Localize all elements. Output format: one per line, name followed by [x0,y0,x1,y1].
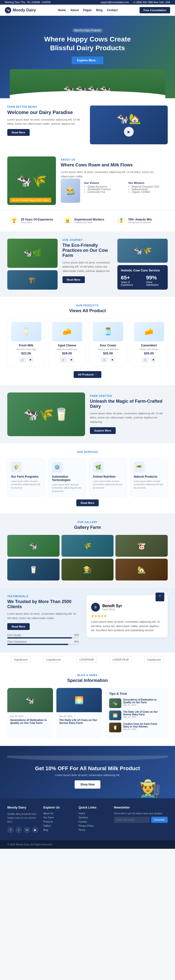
progress-track-1 [7,637,79,638]
newsletter-email-input[interactable] [114,817,150,823]
footer-explore-item[interactable]: Gallery [43,824,74,827]
products-grid: 🥛 Fresh Milk Pure farm fresh daily $22.0… [7,318,168,366]
nav-cta-button[interactable]: Free Consultation [140,7,170,13]
wishlist-cheese[interactable]: ♥ [69,357,74,363]
products-section: Our Products Views All Product 🥛 Fresh M… [0,297,175,385]
reviewer-details: Benoft Syr Farm Client [102,604,122,611]
special-title-1: Generations of Dedication to Quality on … [10,719,50,724]
eco-stat-2: 99% Client Satisfaction [146,275,164,286]
footer-explore-item[interactable]: Our Farm [43,816,74,819]
wishlist-camembert[interactable]: ♥ [151,357,156,363]
cta-title: Get 10% OFF For All Natural Milk Product [7,765,168,772]
product-name-camembert: Camembert [134,344,164,347]
nav-about[interactable]: About [70,8,79,12]
magic-section: 🐄🌾🥛 Farm Crafted Unleash the Magic of Fa… [0,385,175,444]
eco-stats: Holistic Cow Care Service 65+ Years of E… [117,265,168,290]
cta-shop-button[interactable]: Shop Now [75,780,101,789]
tips-title: Tips & Trick [109,692,164,695]
automation-icon: ⚙️ [52,462,63,473]
program-automation-desc: Lorem ipsum dolor sit amet consectetur a… [52,483,82,493]
nav-contact[interactable]: Contact [107,8,118,12]
product-desc-milk: Pure farm fresh daily [11,348,41,350]
tip-item-1: 🐄 Generations of Dedication to Quality o… [109,698,164,708]
add-to-cart-cream[interactable]: 🛒 [101,357,108,363]
add-to-cart-camembert[interactable]: 🛒 [142,357,149,363]
twitter-icon[interactable]: t [16,827,22,833]
cta-wave-top [7,756,168,760]
welcome-readmore-button[interactable]: Read More [7,129,30,136]
product-price-camembert: $25.00 [134,352,164,355]
eco-stat2-label: Client Satisfaction [146,281,164,286]
instagram-icon[interactable]: in [24,827,30,833]
brand-2: LogoIpsum [43,656,64,663]
product-desc-camembert: Classic soft cheese [134,348,164,350]
magic-explore-button[interactable]: Explore More [90,427,116,434]
progress-bars: Farm Quality 90% Client Satisfaction 85% [7,634,79,645]
footer-quick-item[interactable]: Privacy Policy [79,824,109,827]
gallery-image-5: 👨‍🌾 [61,558,114,581]
add-to-cart-cheese[interactable]: 🛒 [60,357,67,363]
trusted-person: 👨‍🌾 Our Visions Quality Assurance Sustai… [61,178,168,203]
progress-fill-2 [7,644,68,645]
footer-quick-item[interactable]: Terms [79,829,109,831]
footer-explore-title: Explore Us [43,806,74,809]
footer-brand-title: Moody Dairy [7,806,39,809]
brand-4: LASER FILM [109,656,132,663]
special-content-1: Dec 20, 2023 Generations of Dedication t… [7,712,53,728]
program-natural: 🥗 Natural Products Lorem ipsum dolor sit… [130,458,168,497]
tip-item-3: 🥛 Creative Uses for Farm Fresh Dairy in … [109,722,164,732]
programs-readmore-button[interactable]: Read More [76,500,99,506]
eco-text: Lorem ipsum dolor sit amet, consectetur … [63,261,113,274]
facebook-icon[interactable]: f [7,827,14,833]
add-to-cart-milk[interactable]: 🛒 [19,357,26,363]
eco-stat1-label: Years of Experience [121,281,141,286]
brands-row: logolpsum LogoIpsum LOGIPSUM LASER FILM … [0,652,175,667]
eco-readmore-button[interactable]: Read More [63,276,85,283]
footer-explore-item[interactable]: Blog [43,829,74,831]
farm-image-placeholder: 🐄🏡 ▶ [90,105,168,144]
eco-section: 🐄🌿 🏗️ Our Journey The Eco-Friendly Pract… [0,231,175,297]
footer-quick-title: Quick Links [79,806,109,809]
newsletter-subscribe-button[interactable]: Subscribe [151,817,168,823]
product-desc-cheese: Matured to perfection [52,348,82,350]
nav-logo[interactable]: 🐄 Moody Dairy [5,7,36,13]
wishlist-cream[interactable]: ♥ [110,357,115,363]
workers-text: Experienced Workers Professional Team [74,218,104,224]
progress-value-2: 85% [74,640,79,643]
top-bar-right: support@moodydairy.com +1 (888) 456-7890… [101,1,170,4]
special-title: Special Information [7,678,168,683]
special-image-2: 🌅 [56,688,102,712]
tip-title-1: Generations of Dedication to Quality on … [123,698,164,704]
program-nutrition-title: Animal Nutrition [93,475,123,478]
program-nutrition-desc: Lorem ipsum dolor sit amet consectetur a… [93,480,123,490]
winner-item: Organic Certified [132,191,168,193]
testimonial-readmore-button[interactable]: Read More [7,623,30,630]
eco-stat2-value: 99% [146,275,164,281]
footer-quick-item[interactable]: Services [79,816,109,819]
all-products-button[interactable]: All Products → [74,371,101,378]
wishlist-milk[interactable]: ♥ [28,357,33,363]
stat-workers: 👷 Experienced Workers Professional Team [61,214,114,228]
play-button[interactable]: ▶ [124,127,134,137]
product-price-cream: $25.00 [93,352,123,355]
product-img-cream: 🫙 [93,322,123,341]
youtube-icon[interactable]: ▶ [32,827,39,833]
nav-home[interactable]: Home [58,8,66,12]
nav-pages[interactable]: Pages [83,8,92,12]
logo-text: Moody Dairy [13,8,36,13]
program-farm-desc: Lorem ipsum dolor sit amet consectetur a… [11,480,41,490]
gallery-item-5: 👨‍🌾 [61,558,114,581]
nav-blog[interactable]: Blog [96,8,103,12]
footer-quick-item[interactable]: Contact [79,820,109,823]
hero-cta-button[interactable]: Explore More ↓ [72,57,103,64]
cta-farmer-image: 👨‍🌾 [139,778,161,798]
progress-fill-1 [7,637,72,638]
footer-explore-item[interactable]: About Us [43,812,74,815]
footer-quick-item[interactable]: Home [79,812,109,815]
progress-track-2 [7,644,79,645]
footer-brand-col: Moody Dairy Quality dairy products from … [7,806,39,833]
copyright-text: © 2024 Moody Dairy. All Rights Reserved. [7,843,53,846]
footer-grid: Moody Dairy Quality dairy products from … [7,806,168,833]
footer-explore-item[interactable]: Products [43,820,74,823]
special-card-2: 🌅 Dec 22, 2023 The Daily Life of Cows on… [56,688,102,739]
